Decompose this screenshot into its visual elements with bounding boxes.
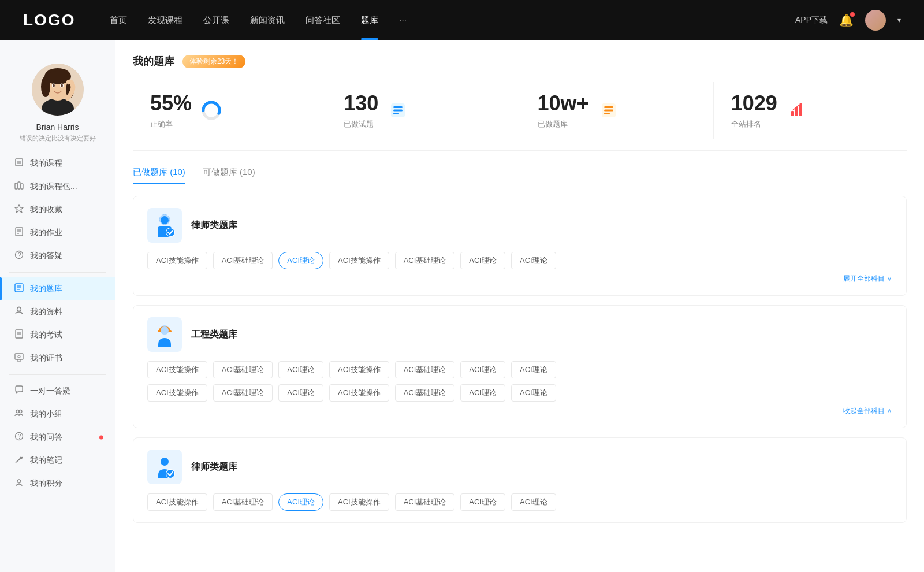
tag-item[interactable]: ACI理论 bbox=[511, 384, 556, 402]
sidebar-item-course[interactable]: 我的课程 bbox=[0, 152, 115, 175]
tag-item[interactable]: ACI理论 bbox=[460, 384, 505, 402]
stat-done-banks: 10w+ 已做题库 bbox=[520, 82, 714, 139]
tag-item[interactable]: ACI理论 bbox=[511, 361, 556, 378]
nav-link-testbank[interactable]: 题库 bbox=[361, 15, 378, 26]
chevron-down-icon[interactable]: ▾ bbox=[897, 16, 901, 24]
bank-header-3: 律师类题库 bbox=[147, 450, 892, 484]
profile-section: Brian Harris 错误的决定比没有决定要好 bbox=[0, 52, 115, 152]
tag-item[interactable]: ACI基础理论 bbox=[395, 493, 455, 511]
svg-point-57 bbox=[799, 103, 802, 105]
collapse-button[interactable]: 收起全部科目 ∧ bbox=[843, 406, 892, 416]
bank-section-engineer: 工程类题库 ACI技能操作ACI基础理论ACI理论ACI技能操作ACI基础理论A… bbox=[133, 305, 907, 428]
bank-header-2: 工程类题库 bbox=[147, 317, 892, 352]
tag-item[interactable]: ACI理论 bbox=[460, 252, 505, 269]
tag-item[interactable]: ACI理论 bbox=[278, 384, 323, 402]
tag-item[interactable]: ACI基础理论 bbox=[213, 384, 273, 402]
svg-point-34 bbox=[18, 355, 20, 358]
bank-section-lawyer-1: 律师类题库 ACI技能操作ACI基础理论ACI理论ACI技能操作ACI基础理论A… bbox=[133, 196, 907, 296]
sidebar-item-certificate[interactable]: 我的证书 bbox=[0, 347, 115, 370]
expand-section-2: 收起全部科目 ∧ bbox=[147, 406, 892, 416]
app-download-button[interactable]: APP下载 bbox=[795, 15, 828, 25]
svg-marker-16 bbox=[15, 205, 23, 213]
avatar[interactable] bbox=[865, 10, 886, 31]
svg-rect-14 bbox=[18, 182, 20, 189]
tab-done-banks[interactable]: 已做题库 (10) bbox=[133, 167, 185, 184]
sidebar-item-favorites[interactable]: 我的收藏 bbox=[0, 198, 115, 221]
bank-section-lawyer-2: 律师类题库 ACI技能操作ACI基础理论ACI理论ACI技能操作ACI基础理论A… bbox=[133, 437, 907, 523]
sidebar-item-label: 我的小组 bbox=[30, 409, 62, 419]
sidebar-item-coursepack[interactable]: 我的课程包... bbox=[0, 175, 115, 198]
svg-rect-33 bbox=[15, 354, 23, 359]
tag-item[interactable]: ACI技能操作 bbox=[329, 252, 389, 269]
tag-item[interactable]: ACI基础理论 bbox=[213, 493, 273, 511]
tag-item[interactable]: ACI技能操作 bbox=[329, 384, 389, 402]
tag-item[interactable]: ACI技能操作 bbox=[147, 252, 207, 269]
tag-item[interactable]: ACI理论 bbox=[278, 493, 323, 511]
tag-item[interactable]: ACI理论 bbox=[511, 493, 556, 511]
list-yellow-icon bbox=[597, 99, 620, 122]
tag-item[interactable]: ACI技能操作 bbox=[147, 361, 207, 378]
sidebar-item-testbank[interactable]: 我的题库 bbox=[0, 277, 115, 300]
nav-link-opencourse[interactable]: 公开课 bbox=[203, 15, 229, 26]
unread-dot bbox=[99, 436, 103, 440]
tag-item[interactable]: ACI技能操作 bbox=[147, 384, 207, 402]
logo[interactable]: LOGO bbox=[23, 11, 75, 29]
svg-rect-52 bbox=[604, 110, 613, 112]
notification-bell[interactable]: 🔔 bbox=[839, 13, 854, 27]
sidebar-item-myqa[interactable]: ? 我的问答 bbox=[0, 426, 115, 449]
nav-link-qa[interactable]: 问答社区 bbox=[305, 15, 340, 26]
tag-item[interactable]: ACI基础理论 bbox=[395, 361, 455, 378]
sidebar-item-label: 我的笔记 bbox=[30, 455, 62, 466]
tag-item[interactable]: ACI理论 bbox=[460, 361, 505, 378]
svg-rect-54 bbox=[791, 111, 794, 116]
nav-link-home[interactable]: 首页 bbox=[110, 15, 127, 26]
sidebar-item-question[interactable]: ? 我的答疑 bbox=[0, 244, 115, 268]
tag-item[interactable]: ACI基础理论 bbox=[213, 361, 273, 378]
sidebar-item-points[interactable]: 我的积分 bbox=[0, 472, 115, 495]
sidebar-item-label: 我的题库 bbox=[30, 284, 62, 294]
bank-title-2: 工程类题库 bbox=[191, 329, 237, 341]
notes-icon bbox=[14, 455, 24, 466]
points-icon bbox=[14, 478, 24, 489]
sidebar-item-notes[interactable]: 我的笔记 bbox=[0, 449, 115, 472]
stat-value-banks: 10w+ 已做题库 bbox=[538, 91, 589, 129]
menu-divider-1 bbox=[9, 272, 106, 273]
sidebar-item-1on1[interactable]: 一对一答疑 bbox=[0, 380, 115, 403]
tab-available-banks[interactable]: 可做题库 (10) bbox=[203, 167, 255, 184]
tag-item[interactable]: ACI基础理论 bbox=[213, 252, 273, 269]
tag-item[interactable]: ACI技能操作 bbox=[329, 493, 389, 511]
sidebar-item-group[interactable]: 我的小组 bbox=[0, 403, 115, 426]
tag-item[interactable]: ACI基础理论 bbox=[395, 252, 455, 269]
sidebar-item-homework[interactable]: 我的作业 bbox=[0, 221, 115, 244]
tag-item[interactable]: ACI理论 bbox=[511, 252, 556, 269]
sidebar-item-profile[interactable]: 我的资料 bbox=[0, 300, 115, 324]
svg-rect-49 bbox=[393, 113, 399, 114]
nav-link-discover[interactable]: 发现课程 bbox=[148, 15, 182, 26]
sidebar-item-label: 我的资料 bbox=[30, 307, 62, 317]
bank-title-1: 律师类题库 bbox=[191, 220, 237, 232]
menu-divider-2 bbox=[9, 374, 106, 375]
stat-done-questions: 130 已做试题 bbox=[326, 82, 520, 139]
sidebar: Brian Harris 错误的决定比没有决定要好 我的课程 我的课程包... bbox=[0, 40, 116, 572]
sidebar-item-label: 我的证书 bbox=[30, 353, 62, 363]
expand-button-1[interactable]: 展开全部科目 ∨ bbox=[843, 274, 892, 284]
svg-point-43 bbox=[17, 480, 21, 483]
svg-point-39 bbox=[19, 410, 22, 413]
tag-item[interactable]: ACI技能操作 bbox=[329, 361, 389, 378]
chart-red-icon bbox=[785, 99, 808, 122]
sidebar-item-exam[interactable]: 我的考试 bbox=[0, 324, 115, 347]
tag-item[interactable]: ACI基础理论 bbox=[395, 384, 455, 402]
stat-accuracy: 55% 正确率 bbox=[133, 82, 326, 139]
nav-link-more[interactable]: ··· bbox=[399, 15, 407, 26]
page-title: 我的题库 bbox=[133, 54, 174, 68]
myqa-icon: ? bbox=[14, 432, 24, 443]
notification-dot bbox=[850, 12, 855, 17]
profile-icon bbox=[14, 306, 24, 318]
tag-item[interactable]: ACI技能操作 bbox=[147, 493, 207, 511]
tag-item[interactable]: ACI理论 bbox=[278, 361, 323, 378]
tag-item[interactable]: ACI理论 bbox=[460, 493, 505, 511]
nav-right: APP下载 🔔 ▾ bbox=[795, 10, 901, 31]
nav-link-news[interactable]: 新闻资讯 bbox=[250, 15, 285, 26]
tag-item[interactable]: ACI理论 bbox=[278, 252, 323, 269]
star-icon bbox=[14, 204, 24, 216]
